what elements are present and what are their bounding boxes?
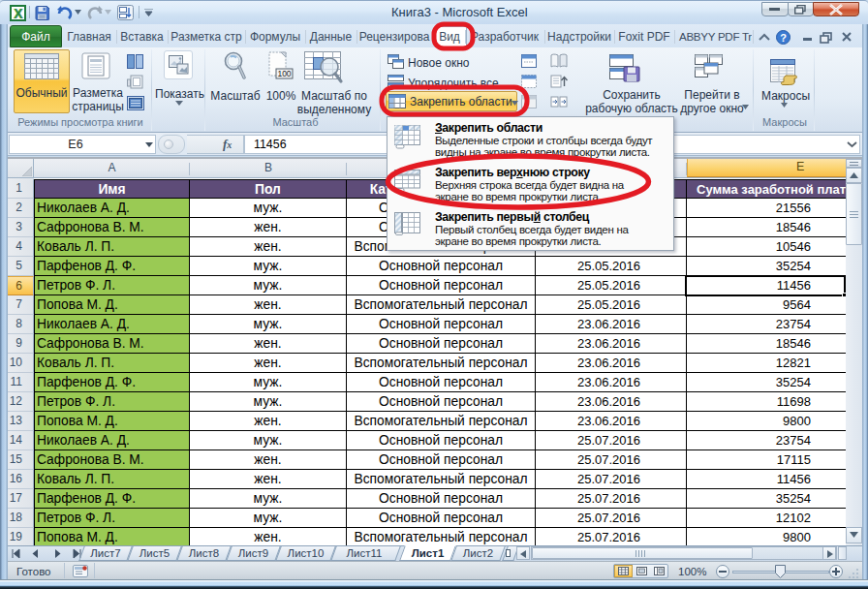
svg-text:X: X	[15, 6, 24, 21]
svg-text:100: 100	[277, 69, 291, 78]
svg-text:?: ?	[780, 32, 787, 44]
